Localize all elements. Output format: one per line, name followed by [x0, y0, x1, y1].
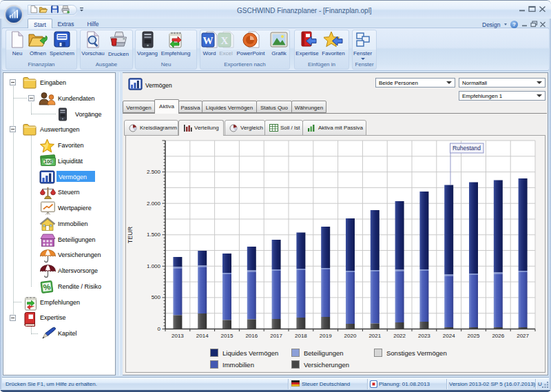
svg-text:2.000: 2.000 — [147, 200, 161, 207]
svg-text:2.500: 2.500 — [147, 169, 161, 175]
svg-text:%: % — [43, 282, 52, 292]
svg-text:1.000: 1.000 — [147, 263, 161, 269]
svg-text:2018: 2018 — [295, 333, 307, 339]
svg-text:2027: 2027 — [517, 333, 529, 339]
svg-text:W: W — [203, 35, 214, 46]
svg-text:TEUR: TEUR — [127, 226, 134, 243]
svg-text:100: 100 — [44, 158, 53, 165]
svg-text:0: 0 — [158, 326, 161, 332]
svg-text:2024: 2024 — [443, 333, 455, 339]
svg-text:2016: 2016 — [245, 333, 258, 339]
svg-text:2022: 2022 — [393, 333, 406, 339]
svg-text:Ruhestand: Ruhestand — [453, 145, 481, 152]
svg-text:2025: 2025 — [468, 333, 480, 339]
svg-text:2015: 2015 — [221, 333, 233, 339]
svg-text:2020: 2020 — [344, 333, 357, 339]
svg-text:2013: 2013 — [171, 333, 184, 339]
svg-text:2023: 2023 — [418, 333, 430, 339]
svg-text:2026: 2026 — [492, 333, 504, 339]
svg-text:2019: 2019 — [320, 333, 332, 339]
svg-text:500: 500 — [152, 294, 161, 300]
svg-text:2014: 2014 — [196, 333, 209, 339]
svg-text:1.500: 1.500 — [147, 231, 161, 238]
svg-text:X: X — [221, 35, 229, 46]
svg-text:2021: 2021 — [368, 333, 381, 339]
svg-text:2017: 2017 — [270, 333, 282, 339]
